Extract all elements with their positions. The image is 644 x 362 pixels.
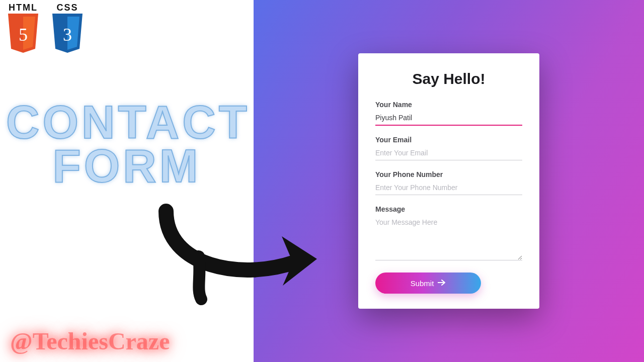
channel-handle: @TechiesCraze [10, 327, 170, 355]
message-textarea[interactable] [375, 216, 522, 260]
promo-panel: HTML 5 CSS 3 CONTACT FORM @TechiesCraze [0, 0, 254, 362]
phone-field-group: Your Phone Number [375, 170, 522, 195]
email-field-group: Your Email [375, 136, 522, 160]
form-title: Say Hello! [375, 70, 522, 87]
css3-number: 3 [63, 25, 72, 45]
arrow-right-icon [438, 279, 446, 288]
message-field-group: Message [375, 205, 522, 262]
name-label: Your Name [375, 101, 522, 109]
headline-line2: FORM [6, 144, 248, 188]
css3-icon: 3 [49, 14, 86, 55]
name-input[interactable] [375, 112, 522, 126]
headline-line1: CONTACT [6, 101, 248, 144]
html5-icon: 5 [5, 14, 41, 55]
message-label: Message [375, 205, 522, 213]
css3-label: CSS [56, 3, 78, 12]
name-field-group: Your Name [375, 101, 522, 126]
phone-input[interactable] [375, 182, 522, 195]
email-label: Your Email [375, 136, 522, 144]
html5-label: HTML [9, 3, 38, 12]
html5-number: 5 [19, 25, 28, 45]
contact-form: Say Hello! Your Name Your Email Your Pho… [358, 53, 539, 309]
arrow-icon [151, 201, 332, 312]
phone-label: Your Phone Number [375, 170, 522, 178]
html5-badge: HTML 5 [5, 3, 41, 55]
css3-badge: CSS 3 [49, 3, 86, 55]
email-input[interactable] [375, 147, 522, 160]
headline: CONTACT FORM [6, 101, 248, 189]
submit-label: Submit [411, 279, 434, 288]
submit-button[interactable]: Submit [375, 273, 481, 294]
tech-badges: HTML 5 CSS 3 [5, 3, 86, 55]
